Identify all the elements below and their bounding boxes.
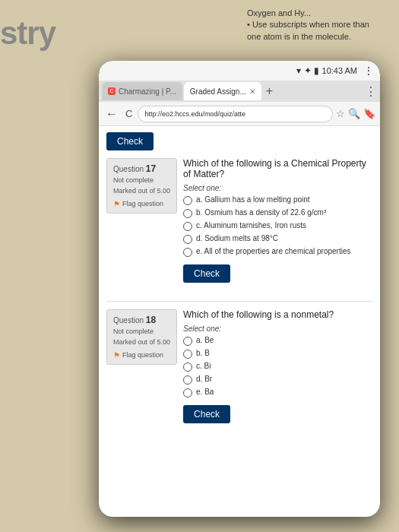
radio-17-a[interactable] <box>183 196 192 205</box>
address-bar: ← C http://eo2.hccs.edu/mod/quiz/atte ☆ … <box>99 102 380 126</box>
question-17-marks: Marked out of 5.00 <box>113 186 170 197</box>
option-18-c[interactable]: c. Bi <box>183 362 372 372</box>
question-18-content: Which of the following is a nonmetal? Se… <box>183 309 372 431</box>
divider <box>106 301 372 302</box>
bg-word: stry <box>0 15 55 52</box>
option-17-b[interactable]: b. Osmium has a density of 22.6 g/cm³ <box>183 208 372 218</box>
battery-icon: ▮ <box>314 65 319 76</box>
option-17-a[interactable]: a. Gallium has a low melting point <box>183 195 372 205</box>
question-18-meta: Question 18 Not complete Marked out of 5… <box>106 309 177 365</box>
question-17-meta: Question 17 Not complete Marked out of 5… <box>106 158 177 214</box>
star-icon[interactable]: ☆ <box>336 108 345 119</box>
option-18-e[interactable]: e. Ba <box>183 388 372 397</box>
new-tab-button[interactable]: + <box>263 84 276 98</box>
top-check-button[interactable]: Check <box>106 132 154 150</box>
radio-18-a[interactable] <box>183 337 192 346</box>
browser-tabs: C Charmazing | P... Graded Assign... ✕ +… <box>99 81 380 102</box>
radio-17-c[interactable] <box>183 222 192 231</box>
select-one-18: Select one: <box>183 325 372 333</box>
flag-question-18[interactable]: ⚑ Flag question <box>113 350 170 361</box>
back-button[interactable]: ← <box>103 107 120 121</box>
option-18-a[interactable]: a. Be <box>183 336 372 346</box>
radio-18-d[interactable] <box>183 375 192 385</box>
radio-18-c[interactable] <box>183 363 192 372</box>
option-17-e[interactable]: e. All of the properties are chemical pr… <box>183 247 372 257</box>
radio-17-d[interactable] <box>183 235 192 244</box>
menu-dots[interactable]: ⋮ <box>363 65 374 77</box>
bookmark-icon[interactable]: 🔖 <box>363 108 375 119</box>
graded-assign-label: Graded Assign... <box>190 87 246 96</box>
question-18-marks: Marked out of 5.00 <box>113 337 170 348</box>
select-one-17: Select one: <box>183 184 372 192</box>
check-button-17[interactable]: Check <box>183 264 230 283</box>
radio-18-e[interactable] <box>183 388 192 397</box>
flag-icon: ⚑ <box>113 198 120 210</box>
option-18-d[interactable]: d. Br <box>183 375 372 385</box>
flag-icon-18: ⚑ <box>113 350 120 361</box>
charmazing-favicon: C <box>108 87 116 95</box>
radio-17-e[interactable] <box>183 248 192 257</box>
tab-charmazing[interactable]: C Charmazing | P... <box>102 82 182 100</box>
page-content: Check Question 17 Not complete Marked ou… <box>99 126 380 517</box>
search-icon[interactable]: 🔍 <box>348 108 360 119</box>
status-bar: ▾ ✦ ▮ 10:43 AM ⋮ <box>99 61 380 81</box>
question-18-status: Not complete <box>113 327 170 337</box>
question-18-header: Question 18 Not complete Marked out of 5… <box>106 309 372 431</box>
check-button-18[interactable]: Check <box>183 405 230 423</box>
tab-charmazing-label: Charmazing | P... <box>119 87 176 96</box>
radio-18-b[interactable] <box>183 350 192 359</box>
status-icons: ▾ ✦ ▮ <box>296 65 318 76</box>
question-17-status: Not complete <box>113 176 170 186</box>
question-17-block: Question 17 Not complete Marked out of 5… <box>106 158 372 290</box>
tab-graded-assign[interactable]: Graded Assign... ✕ <box>184 82 261 100</box>
question-18-text: Which of the following is a nonmetal? <box>183 309 372 320</box>
question-18-number: Question 18 <box>113 313 170 327</box>
question-18-block: Question 18 Not complete Marked out of 5… <box>106 309 372 431</box>
question-17-text: Which of the following is a Chemical Pro… <box>183 158 372 179</box>
flag-question-17[interactable]: ⚑ Flag question <box>113 198 170 210</box>
question-17-number: Question 17 <box>113 162 170 176</box>
question-17-header: Question 17 Not complete Marked out of 5… <box>106 158 372 290</box>
option-17-d[interactable]: d. Sodium melts at 98°C <box>183 234 372 244</box>
bg-text: Oxygen and Hy... • Use subscripts when m… <box>247 8 384 43</box>
time-display: 10:43 AM <box>322 66 357 75</box>
tablet-device: ▾ ✦ ▮ 10:43 AM ⋮ C Charmazing | P... Gra… <box>99 61 380 517</box>
radio-17-b[interactable] <box>183 209 192 218</box>
question-17-content: Which of the following is a Chemical Pro… <box>183 158 372 290</box>
option-18-b[interactable]: b. B <box>183 349 372 359</box>
tab-menu-icon[interactable]: ⋮ <box>365 84 377 99</box>
wifi-icon: ▾ ✦ <box>296 65 311 76</box>
refresh-button[interactable]: C <box>123 108 135 119</box>
url-text: http://eo2.hccs.edu/mod/quiz/atte <box>144 110 245 118</box>
option-17-c[interactable]: c. Aluminum tarnishes, Iron rusts <box>183 221 372 231</box>
tab-close-icon[interactable]: ✕ <box>249 87 255 96</box>
url-box[interactable]: http://eo2.hccs.edu/mod/quiz/atte <box>138 106 333 122</box>
